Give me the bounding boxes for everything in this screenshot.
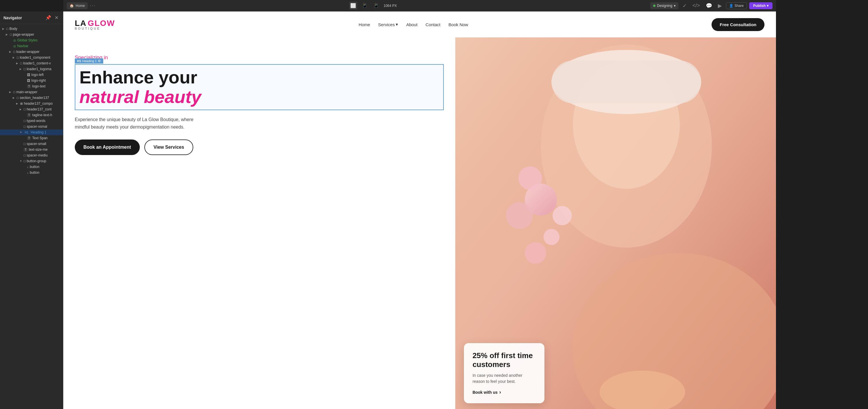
tree-node-icon: □	[24, 159, 26, 163]
navigator-header: Navigator 📌 ✕	[0, 11, 63, 24]
site-navigation: LA GLOW BOUTIQUE Home Services ▾ About C…	[63, 11, 776, 37]
hero-right: 25% off first time customers In case you…	[455, 37, 776, 409]
tree-node-icon: □	[24, 107, 26, 111]
tree-item-loader1_component[interactable]: ▶□loader1_component	[0, 55, 63, 60]
tree-label: typed-words	[27, 119, 45, 123]
more-options-button[interactable]: ···	[90, 3, 95, 8]
designing-label: Designing	[657, 4, 672, 8]
tablet-view-button[interactable]: 📱	[361, 2, 369, 9]
tree-badge: H1	[24, 131, 30, 134]
share-icon: 👤	[729, 4, 734, 8]
tree-item-button1[interactable]: ↓button	[0, 164, 63, 170]
tree-item-header137_cont[interactable]: ▶□header137_cont	[0, 106, 63, 112]
tree-label: section_header137	[20, 96, 49, 100]
tree-item-logo-left[interactable]: 🖼logo-left	[0, 72, 63, 78]
tree-item-h1-heading-1[interactable]: ▼H1Heading 1	[0, 129, 63, 135]
tree-item-typed-words[interactable]: □typed-words	[0, 118, 63, 124]
promo-link[interactable]: Book with us ›	[472, 389, 536, 395]
tree-item-loader-wrapper[interactable]: ▶□loader-wrapper	[0, 49, 63, 55]
nav-contact[interactable]: Contact	[426, 22, 441, 27]
book-appointment-button[interactable]: Book an Appointment	[75, 139, 140, 155]
svg-point-9	[544, 229, 560, 245]
tree-arrow: ▶	[16, 102, 20, 105]
comment-button[interactable]: 💬	[704, 1, 714, 10]
top-bar-left: 🏠 Home ···	[67, 2, 95, 9]
top-bar-center: ⬜ 📱 📱 1064 PX	[349, 2, 397, 9]
svg-rect-4	[551, 61, 701, 103]
tree-item-spacer-xsmal[interactable]: □spacer-xsmal	[0, 124, 63, 129]
tree-item-logo-text[interactable]: Tlogo-text	[0, 84, 63, 89]
tree-item-navbar[interactable]: ◎Navbar	[0, 43, 63, 49]
tree-item-section_header137[interactable]: ▶□section_header137	[0, 95, 63, 101]
heading-1-element[interactable]: H1 Heading 1 ⚙ Enhance your natural beau…	[75, 64, 444, 110]
tree-item-spacer-small[interactable]: □spacer-small	[0, 141, 63, 147]
canvas-width-display: 1064 PX	[384, 4, 397, 8]
designing-mode-button[interactable]: Designing ▾	[650, 2, 678, 9]
tree-node-icon: □	[13, 50, 15, 54]
tree-label: Heading 1	[31, 130, 46, 134]
tree-label: button	[30, 165, 39, 169]
tree-item-header137_compo[interactable]: ▶⊞header137_compo	[0, 101, 63, 106]
tree-label: Global Styles	[17, 38, 38, 42]
code-button[interactable]: </>	[691, 1, 702, 10]
free-consultation-button[interactable]: Free Consultation	[712, 18, 765, 31]
tree-node-icon: ↓	[27, 165, 29, 168]
tree-item-loader1_content-v[interactable]: ▶□loader1_content-v	[0, 60, 63, 66]
tree-arrow: ▶	[13, 56, 16, 59]
view-services-button[interactable]: View Services	[144, 139, 193, 155]
nav-links: Home Services ▾ About Contact Book Now	[359, 22, 468, 27]
tree-item-body[interactable]: ▶□Body	[0, 26, 63, 32]
mobile-view-button[interactable]: 📱	[372, 2, 380, 9]
svg-point-7	[553, 206, 572, 225]
hero-tagline: Specializing in	[75, 55, 444, 61]
tree-label: Body	[9, 27, 17, 31]
tree-arrow: ▶	[20, 68, 23, 70]
play-button[interactable]: ▶	[716, 1, 724, 10]
publish-button[interactable]: Publish ▾	[749, 2, 773, 9]
nav-about[interactable]: About	[406, 22, 417, 27]
tree-item-text-size-me[interactable]: Ttext-size-me	[0, 147, 63, 152]
tree-arrow: ▶	[20, 108, 23, 111]
tree-badge: T	[27, 113, 31, 117]
nav-services[interactable]: Services ▾	[378, 22, 398, 27]
tree-item-spacer-mediu[interactable]: □spacer-mediu	[0, 152, 63, 158]
tree-arrow: ▶	[9, 91, 13, 93]
tree-node-icon: 🖼	[27, 79, 30, 82]
tree-badge: T	[27, 85, 31, 88]
pin-button[interactable]: 📌	[44, 14, 52, 21]
tree-node-icon: □	[13, 90, 15, 94]
desktop-view-button[interactable]: ⬜	[349, 2, 357, 9]
tree-node-icon: □	[24, 142, 26, 146]
svg-point-6	[518, 166, 542, 190]
tree-label: tagline-text-h	[32, 113, 52, 117]
tree-arrow: ▶	[6, 33, 9, 36]
tree-item-loader1_logoma[interactable]: ▶□loader1_logoma	[0, 66, 63, 72]
tree-badge: T	[24, 148, 28, 152]
tree-item-tagline-text-h[interactable]: Ttagline-text-h	[0, 112, 63, 118]
check-button[interactable]: ✓	[681, 1, 688, 10]
promo-arrow-icon: ›	[499, 389, 501, 395]
home-button[interactable]: 🏠 Home	[67, 2, 88, 9]
canvas-inner: LA GLOW BOUTIQUE Home Services ▾ About C…	[63, 11, 776, 409]
promo-title: 25% off first time customers	[472, 351, 536, 369]
close-navigator-button[interactable]: ✕	[54, 14, 60, 21]
share-label: Share	[735, 4, 744, 8]
tree-item-page-wrapper[interactable]: ▶□page-wrapper	[0, 32, 63, 37]
promo-link-text: Book with us	[472, 390, 498, 395]
tree-item-global-styles[interactable]: ◎Global Styles	[0, 37, 63, 43]
hero-heading-line2: natural beauty	[80, 87, 201, 107]
share-button[interactable]: 👤 Share	[726, 2, 747, 9]
tree-node-icon: □	[24, 67, 26, 71]
nav-home[interactable]: Home	[359, 22, 370, 27]
tree-arrow: ▼	[20, 131, 23, 134]
tree-node-icon: □	[17, 56, 19, 59]
logo-boutique: BOUTIQUE	[75, 27, 115, 30]
tree-item-button-group[interactable]: ▼□button-group	[0, 158, 63, 164]
tree-item-text-span[interactable]: TText Span	[0, 135, 63, 141]
tree-item-main-wrapper[interactable]: ▶□main-wrapper	[0, 89, 63, 95]
tree-arrow: ▶	[13, 96, 16, 99]
nav-book-now[interactable]: Book Now	[448, 22, 468, 27]
heading-settings-icon[interactable]: ⚙	[98, 59, 101, 63]
tree-item-logo-right[interactable]: 🖼logo-right	[0, 78, 63, 84]
tree-item-button2[interactable]: ↓button	[0, 170, 63, 176]
